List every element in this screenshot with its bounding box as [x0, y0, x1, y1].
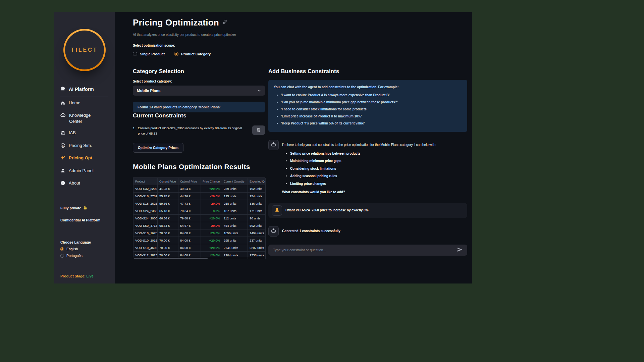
constraint-number: 1. — [133, 125, 136, 136]
cloud-upload-icon — [60, 112, 66, 119]
cell-current-qty: 2741 units — [222, 244, 248, 252]
sidebar-nav: AI Platform Home Knowledge Center IAB — [54, 86, 115, 190]
assistant-confirmation-text: Generated 1 constraints successfully — [282, 228, 340, 234]
cell-expected-qty: 1494 units — [248, 229, 266, 237]
assistant-bullet: Adding seasonal pricing rules — [290, 173, 436, 179]
current-constraints-heading: Current Constraints — [133, 112, 265, 119]
cell-current-qty: 454 units — [222, 222, 248, 229]
assistant-bullet: Maintaining minimum price gaps — [290, 158, 436, 164]
cell-price-change: -20.0% — [201, 193, 222, 200]
nav-header-label: AI Platform — [69, 87, 94, 92]
scrollbar-thumb[interactable] — [134, 258, 208, 259]
sidebar: TILECT AI Platform Home Knowledge Center — [54, 12, 115, 283]
radio-product-category[interactable]: Product Category — [174, 52, 211, 56]
lock-icon — [83, 205, 87, 211]
sidebar-item-label: IAB — [69, 130, 76, 136]
sidebar-item-knowledge-center[interactable]: Knowledge Center — [60, 110, 108, 127]
cell-product: VOD-S24_2360 — [133, 207, 158, 215]
col-optimal-price: Optimal Price — [178, 178, 201, 185]
logo-text: TILECT — [71, 47, 98, 53]
sidebar-item-about[interactable]: About — [60, 177, 108, 190]
col-current-quantity: Current Quantity — [222, 178, 248, 185]
col-price-change: Price Change — [201, 178, 222, 185]
cell-current-qty: 239 units — [222, 185, 248, 193]
category-select[interactable]: Mobile Plans — [133, 86, 265, 96]
table-row: VOD-S10_4698 70.00 € 84.00 € +20.0% 2741… — [133, 244, 266, 252]
cell-product: VOD-S24_2000 — [133, 215, 158, 222]
sidebar-item-pricing-opt[interactable]: Pricing Opt. — [60, 152, 108, 165]
page-title: Pricing Optimization — [133, 17, 219, 28]
radio-icon — [60, 247, 64, 251]
cell-product: VOD-S10_1678 — [133, 229, 158, 237]
constraint-text: Ensures product VOD-S24_2360 increases b… — [138, 125, 249, 136]
cell-current-qty: 258 units — [222, 200, 248, 207]
radio-language-portugues[interactable]: Português — [60, 254, 108, 258]
cell-product: VOD-S18_3782 — [133, 193, 158, 200]
cell-price-change: -20.0% — [201, 200, 222, 207]
assistant-bullet: Limiting price changes — [290, 181, 436, 187]
table-row: VOD-S24_2000 66.56 € 79.88 € +20.0% 112 … — [133, 215, 266, 222]
constraints-chat-column: Add Business Constraints You can chat wi… — [268, 68, 467, 256]
cell-current-price: 41.03 € — [158, 185, 178, 193]
optimize-category-prices-button[interactable]: Optimize Category Prices — [133, 143, 183, 153]
sparkle-icon — [60, 155, 65, 162]
cell-expected-qty: 90 units — [248, 215, 266, 222]
delete-constraint-button[interactable] — [252, 125, 265, 135]
sidebar-item-pricing-sim[interactable]: $ Pricing Sim. — [60, 140, 108, 152]
puzzle-icon — [60, 86, 65, 92]
cell-current-qty: 187 units — [222, 207, 248, 215]
assistant-intro: I'm here to help you add constraints to … — [282, 142, 436, 148]
radio-language-english[interactable]: English — [60, 247, 108, 251]
scope-radio-group: Single Product Product Category — [133, 52, 467, 56]
cell-optimal-price: 47.73 € — [178, 200, 201, 207]
scope-label: Select optimization scope: — [133, 44, 467, 47]
radio-icon — [174, 52, 178, 56]
product-stage-value: Live — [87, 274, 94, 278]
sidebar-item-label: Admin Panel — [69, 168, 94, 174]
chevron-down-icon — [257, 89, 261, 93]
assistant-avatar — [268, 226, 279, 237]
sidebar-item-label: Pricing Opt. — [69, 155, 94, 161]
send-button[interactable] — [454, 245, 465, 255]
cell-current-qty: 1856 units — [222, 229, 248, 237]
cell-expected-qty: 254 units — [248, 193, 266, 200]
cell-price-change: +20.0% — [201, 215, 222, 222]
info-example: 'Keep Product Y's price within 5% of its… — [281, 121, 462, 126]
language-label: Choose Language — [60, 240, 108, 244]
bank-icon — [60, 130, 65, 137]
cell-optimal-price: 84.00 € — [178, 237, 201, 244]
cell-optimal-price: 79.88 € — [178, 215, 201, 222]
table-row: VOD-S18_3782 55.95 € 44.76 € -20.0% 195 … — [133, 193, 266, 200]
cell-expected-qty: 237 units — [248, 237, 266, 244]
table-horizontal-scrollbar[interactable] — [133, 257, 265, 259]
link-icon[interactable] — [222, 19, 227, 26]
sidebar-item-iab[interactable]: IAB — [60, 127, 108, 140]
cell-price-change: +20.0% — [201, 229, 222, 237]
cell-expected-qty: 336 units — [248, 200, 266, 207]
sidebar-item-label: About — [69, 180, 80, 186]
col-current-price: Current Price — [158, 178, 178, 185]
user-message-text: i want VOD-S24_2360 price to increase by… — [285, 208, 368, 213]
dollar-circle-icon: $ — [60, 143, 65, 150]
cell-price-change: +8.0% — [201, 207, 222, 215]
cell-product: VOD-S18_2625 — [133, 200, 158, 207]
info-example: 'I want to ensure Product A is always mo… — [281, 93, 462, 98]
cell-product: VOD-S10_4698 — [133, 244, 158, 252]
chat-input-bar — [268, 245, 467, 256]
cell-product: VOD-S50_4713 — [133, 222, 158, 229]
cell-expected-qty: 2207 units — [248, 244, 266, 252]
radio-single-product[interactable]: Single Product — [133, 52, 165, 56]
sidebar-item-ai-platform[interactable]: AI Platform — [60, 86, 108, 97]
assistant-message: I'm here to help you add constraints to … — [268, 140, 467, 195]
col-product: Product — [133, 178, 158, 185]
chat-input[interactable] — [272, 248, 454, 252]
sidebar-item-admin-panel[interactable]: Admin Panel — [60, 165, 108, 177]
category-column: Category Selection Select product catego… — [133, 68, 265, 259]
cell-price-change: +20.0% — [201, 237, 222, 244]
cell-current-price: 68.34 € — [158, 222, 178, 229]
cell-optimal-price: 54.67 € — [178, 222, 201, 229]
cell-price-change: +20.0% — [201, 185, 222, 193]
cell-current-price: 70.00 € — [158, 237, 178, 244]
sidebar-item-home[interactable]: Home — [60, 97, 108, 110]
main-content: Pricing Optimization AI that analyzes pr… — [115, 12, 472, 283]
